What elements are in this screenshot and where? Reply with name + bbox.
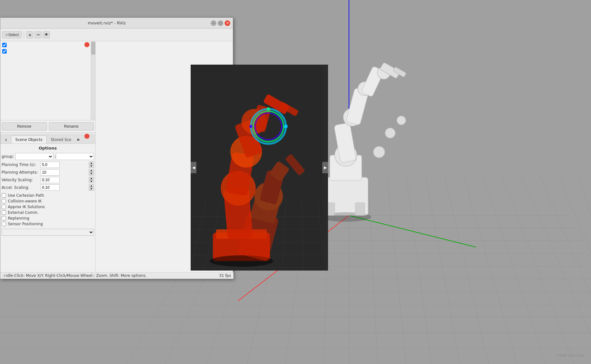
planning-attempts-spinner: ▲ ▼ <box>89 169 94 176</box>
options-grid: Planning Time (s): 5.0 ▲ ▼ Planning Atte… <box>2 162 94 191</box>
accel-scaling-down[interactable]: ▼ <box>89 188 94 191</box>
minus-icon[interactable]: − <box>35 31 42 38</box>
window-controls: − □ ✕ <box>211 20 230 26</box>
left-panel: Remove Rename s Scene Objects Stored Sce… <box>0 41 95 279</box>
options-panel: Options group: : Planning Time (s): 5.0 … <box>0 144 95 279</box>
display-item-1 <box>1 42 95 48</box>
accel-scaling-up[interactable]: ▲ <box>89 184 94 188</box>
bottom-select[interactable] <box>2 229 94 236</box>
remove-button[interactable]: Remove <box>2 122 47 131</box>
planning-attempts-label: Planning Attempts: <box>2 170 39 175</box>
checkbox-row-4: Replanning <box>2 216 94 220</box>
checkbox-label-0: Use Cartesian Path <box>8 193 44 198</box>
velocity-scaling-down[interactable]: ▼ <box>89 180 94 183</box>
svg-point-80 <box>267 107 270 111</box>
tab-scene-objects[interactable]: Scene Objects <box>11 136 47 144</box>
accel-scaling-input[interactable]: 0.10 <box>41 184 60 191</box>
rename-button[interactable]: Rename <box>49 122 94 131</box>
scrollbar[interactable] <box>91 41 95 120</box>
accel-scaling-label: Accel. Scaling: <box>2 185 39 190</box>
planning-time-spinner: ▲ ▼ <box>89 162 94 168</box>
title-bar: moveit.rviz* - RViz − □ ✕ <box>0 18 233 29</box>
scrollbar-thumb[interactable] <box>91 42 95 54</box>
eye-icon[interactable]: 👁 <box>43 31 50 38</box>
group-select-2[interactable] <box>56 153 94 160</box>
maximize-button[interactable]: □ <box>218 20 223 26</box>
options-title: Options <box>2 146 94 150</box>
window-content: Remove Rename s Scene Objects Stored Sce… <box>0 41 233 279</box>
checkboxes-container: Use Cartesian Path Collision-aware IK Ap… <box>2 193 94 226</box>
checkbox-2[interactable] <box>2 205 6 209</box>
planning-time-down[interactable]: ▼ <box>89 165 94 168</box>
status-text: ⊹idle-Click: Move X/Y. Right-Click/Mouse… <box>3 273 147 278</box>
accel-scaling-spinner: ▲ ▼ <box>89 184 94 191</box>
display-checkbox-2[interactable] <box>2 49 7 54</box>
tabs-bar: s Scene Objects Stored Sce ▶ <box>0 135 95 144</box>
buttons-row: Remove Rename <box>0 120 95 133</box>
checkbox-row-2: Approx IK Solutions <box>2 205 94 209</box>
velocity-scaling-spinner: ▲ ▼ <box>89 177 94 183</box>
section-header <box>0 133 95 135</box>
display-list <box>0 41 95 55</box>
velocity-scaling-up[interactable]: ▲ <box>89 177 94 180</box>
checkbox-label-5: Sensor Positioning <box>8 222 43 226</box>
section-close-button[interactable] <box>84 134 89 139</box>
checkbox-0[interactable] <box>2 193 6 198</box>
checkbox-label-1: Collision-aware IK <box>8 199 42 203</box>
watermark: CSDN ©Zs Qiao <box>557 354 585 358</box>
tab-s[interactable]: s <box>1 136 11 144</box>
checkbox-5[interactable] <box>2 222 6 226</box>
planning-attempts-input[interactable]: 10 <box>41 169 60 176</box>
interact-icon[interactable]: + <box>26 31 33 38</box>
checkbox-row-5: Sensor Positioning <box>2 222 94 226</box>
group-row: group: : <box>2 153 94 160</box>
checkbox-4[interactable] <box>2 216 6 220</box>
fps-counter: 31 fps <box>219 273 231 278</box>
checkbox-label-4: Replanning <box>8 216 29 220</box>
velocity-scaling-input[interactable]: 0.10 <box>41 177 60 183</box>
checkbox-row-0: Use Cartesian Path <box>2 193 94 198</box>
close-button[interactable]: ✕ <box>225 20 230 26</box>
bottom-dropdown-row <box>2 229 94 236</box>
tab-stored-sce[interactable]: Stored Sce <box>47 136 76 144</box>
planning-attempts-up[interactable]: ▲ <box>89 169 94 172</box>
checkbox-row-1: Collision-aware IK <box>2 199 94 203</box>
planning-time-input[interactable]: 5.0 <box>41 162 60 168</box>
display-item-2 <box>1 48 95 54</box>
checkbox-3[interactable] <box>2 210 6 215</box>
tab-arrow[interactable]: ▶ <box>76 136 82 143</box>
planning-attempts-down[interactable]: ▼ <box>89 172 94 176</box>
toolbar-separator <box>24 31 24 39</box>
display-checkbox-1[interactable] <box>2 43 7 47</box>
displays-area <box>0 41 95 120</box>
group-label: group: <box>2 154 14 159</box>
velocity-scaling-label: Velocity Scaling: <box>2 178 39 182</box>
checkbox-label-2: Approx IK Solutions <box>8 205 45 209</box>
planning-time-label: Planning Time (s): <box>2 163 39 167</box>
nav-arrow-left[interactable]: ◀ <box>191 162 196 173</box>
toolbar: ⊹Select + − 👁 <box>0 29 233 41</box>
checkbox-row-3: External Comm. <box>2 210 94 215</box>
rviz-window: moveit.rviz* - RViz − □ ✕ ⊹Select + − 👁 <box>0 17 233 279</box>
svg-rect-50 <box>355 203 365 215</box>
inner-viewport: ◀ ▶ <box>191 65 328 271</box>
checkbox-1[interactable] <box>2 199 6 203</box>
window-title: moveit.rviz* - RViz <box>3 21 211 25</box>
robot-viz-svg <box>191 65 322 271</box>
status-bar: ⊹idle-Click: Move X/Y. Right-Click/Mouse… <box>0 272 233 279</box>
planning-time-up[interactable]: ▲ <box>89 162 94 165</box>
select-button[interactable]: ⊹Select <box>2 31 22 38</box>
checkbox-label-3: External Comm. <box>8 210 39 215</box>
nav-arrow-right[interactable]: ▶ <box>322 162 328 173</box>
svg-point-81 <box>249 125 253 128</box>
svg-point-47 <box>397 116 406 125</box>
svg-point-79 <box>284 125 288 128</box>
minimize-button[interactable]: − <box>211 20 216 26</box>
displays-close-button[interactable] <box>84 42 89 47</box>
svg-point-45 <box>373 146 385 158</box>
svg-point-46 <box>385 128 395 138</box>
group-select[interactable] <box>15 153 53 160</box>
